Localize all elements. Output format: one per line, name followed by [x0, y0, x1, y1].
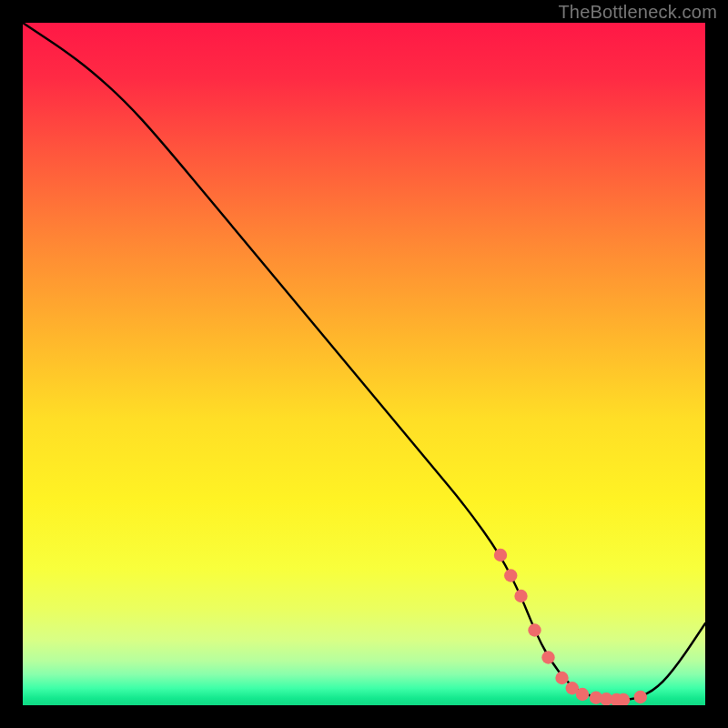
- plot-area: [23, 23, 705, 705]
- watermark-text: TheBottleneck.com: [558, 2, 717, 23]
- gradient-rect: [23, 23, 705, 705]
- highlight-dot: [504, 569, 517, 581]
- highlight-dot: [528, 623, 541, 636]
- plot-svg: [23, 23, 705, 705]
- highlight-dot: [494, 549, 507, 561]
- highlight-dot: [634, 691, 647, 703]
- highlight-dot: [514, 590, 527, 602]
- highlight-dot: [576, 688, 589, 701]
- highlight-dot: [541, 651, 554, 663]
- highlight-dot: [555, 672, 568, 684]
- chart-frame: TheBottleneck.com: [0, 0, 728, 728]
